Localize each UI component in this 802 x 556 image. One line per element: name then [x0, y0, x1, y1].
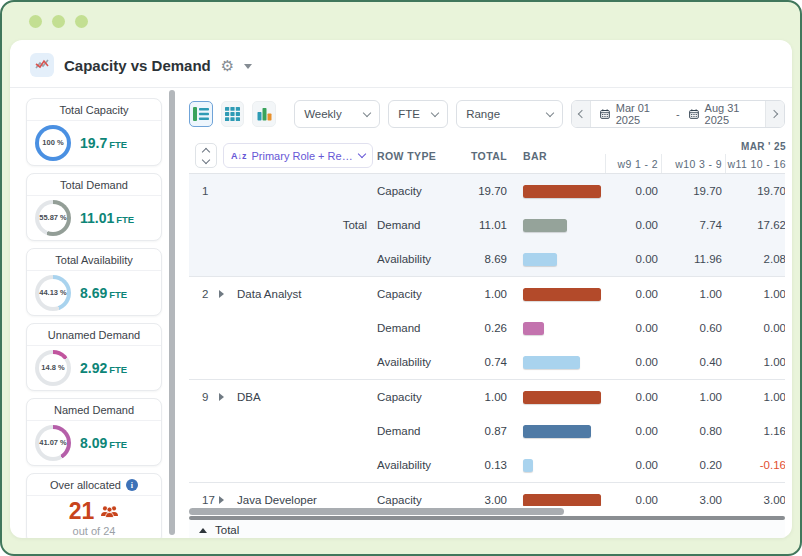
app-window-frame: Capacity vs Demand ⚙ Total Capacity100 %…	[0, 0, 802, 556]
table-row: Demand0.260.000.600.00	[189, 311, 785, 345]
kpi-number: 8.09	[80, 435, 107, 451]
bar-cell	[513, 253, 605, 266]
start-date-field[interactable]: Mar 01 2025	[591, 102, 676, 126]
value-bar	[523, 253, 557, 266]
week-value: 0.00	[605, 185, 661, 197]
table-row: 1Capacity19.700.0019.7019.70	[189, 174, 785, 208]
value-bar	[523, 288, 601, 301]
kpi-label: Total Demand	[27, 174, 161, 196]
main-panel: Weekly FTE Range	[179, 88, 792, 538]
table-row: 17Java DeveloperCapacity3.000.003.003.00	[189, 483, 785, 506]
chevron-left-icon	[578, 110, 586, 118]
ring-percent: 41.07 %	[39, 438, 67, 447]
bar-cell	[513, 391, 605, 404]
column-header-total: TOTAL	[465, 150, 513, 162]
kpi-card: Named Demand41.07 %8.09FTE	[26, 398, 162, 466]
footer-total-label: Total	[215, 524, 239, 536]
bar-cell	[513, 185, 605, 198]
info-icon[interactable]: i	[126, 479, 138, 491]
week-value: 1.00	[725, 288, 785, 300]
row-type: Demand	[377, 322, 465, 334]
bar-cell	[513, 459, 605, 472]
horizontal-scrollbar[interactable]	[189, 508, 785, 520]
column-header-row-type: ROW TYPE	[377, 150, 465, 162]
expand-triangle-icon	[219, 496, 224, 504]
progress-ring: 41.07 %	[35, 425, 71, 461]
table-footer-total-row[interactable]: Total	[189, 520, 785, 538]
bar-track	[523, 253, 601, 266]
kpi-card: Total Capacity100 %19.7FTE	[26, 98, 162, 166]
total-value: 0.87	[465, 425, 513, 437]
table-header: A↓z Primary Role + Resource... ROW TYPE …	[189, 138, 785, 174]
title-dropdown-caret-icon[interactable]	[244, 64, 252, 69]
week-value: 1.00	[661, 391, 725, 403]
capacity-table: A↓z Primary Role + Resource... ROW TYPE …	[189, 138, 785, 538]
table-group: 2Data AnalystCapacity1.000.001.001.00Dem…	[189, 277, 785, 380]
kpi-body: 100 %19.7FTE	[27, 121, 161, 165]
table-row: Demand0.870.000.801.16	[189, 414, 785, 448]
interval-select[interactable]: Weekly	[294, 100, 380, 128]
value-bar	[523, 185, 601, 198]
end-date-field[interactable]: Aug 31 2025	[680, 102, 766, 126]
vertical-scrollbar[interactable]	[169, 90, 175, 535]
kpi-unit: FTE	[109, 289, 127, 300]
week-value: 11.96	[661, 253, 725, 265]
total-value: 0.74	[465, 356, 513, 368]
kpi-card-over-allocated: Over allocated i 21	[26, 473, 162, 538]
total-value: 0.13	[465, 459, 513, 471]
kpi-unit: FTE	[109, 364, 127, 375]
next-period-button[interactable]	[765, 101, 784, 127]
group-index: 2	[189, 288, 219, 300]
bar-chart-view-button[interactable]	[252, 101, 276, 127]
settings-gear-icon[interactable]: ⚙	[221, 58, 234, 73]
week-value: 1.00	[725, 391, 785, 403]
expand-arrow[interactable]	[219, 288, 237, 300]
content-area: Total Capacity100 %19.7FTETotal Demand55…	[10, 88, 792, 538]
table-row: Availability0.130.000.20-0.16	[189, 448, 785, 482]
kpi-label: Unnamed Demand	[27, 324, 161, 346]
value-bar	[523, 391, 601, 404]
week-value: 0.00	[605, 459, 661, 471]
window-dot[interactable]	[75, 15, 88, 28]
kpi-body: 41.07 %8.09FTE	[27, 421, 161, 465]
toolbar: Weekly FTE Range	[189, 100, 785, 128]
bar-track	[523, 391, 601, 404]
window-dot[interactable]	[52, 15, 65, 28]
group-index: 9	[189, 391, 219, 403]
horizontal-scrollbar-thumb[interactable]	[189, 508, 564, 515]
chevron-up-icon	[202, 147, 210, 155]
bar-cell	[513, 219, 605, 232]
ring-percent: 55.87 %	[39, 213, 67, 222]
over-allocated-sub: out of 24	[73, 525, 116, 537]
expand-arrow[interactable]	[219, 391, 237, 403]
over-allocated-count: 21	[69, 499, 95, 524]
kpi-label: Over allocated	[50, 479, 121, 491]
week-value: 1.00	[725, 356, 785, 368]
collapse-icon	[199, 528, 207, 533]
ring-percent: 100 %	[42, 138, 63, 147]
kpi-unit: FTE	[116, 214, 134, 225]
kpi-value: 11.01FTE	[80, 209, 134, 227]
row-type: Demand	[377, 425, 465, 437]
progress-ring: 44.13 %	[35, 275, 71, 311]
week-value: 0.00	[605, 391, 661, 403]
grid-view-button[interactable]	[221, 101, 245, 127]
range-select[interactable]: Range	[456, 100, 563, 128]
bar-track	[523, 322, 601, 335]
total-value: 1.00	[465, 288, 513, 300]
week-value: 0.00	[725, 322, 785, 334]
board-view-button[interactable]	[189, 101, 213, 127]
row-order-button[interactable]	[195, 143, 217, 168]
unit-select[interactable]: FTE	[388, 100, 448, 128]
expand-arrow[interactable]	[219, 494, 237, 506]
table-body: 1Capacity19.700.0019.7019.70TotalDemand1…	[189, 174, 785, 506]
bar-track	[523, 459, 601, 472]
total-value: 19.70	[465, 185, 513, 197]
week-value: 7.74	[661, 219, 725, 231]
prev-period-button[interactable]	[572, 101, 591, 127]
bar-cell	[513, 288, 605, 301]
kpi-label: Total Availability	[27, 249, 161, 271]
window-dot[interactable]	[29, 15, 42, 28]
group-by-dropdown[interactable]: A↓z Primary Role + Resource...	[223, 143, 373, 168]
table-group: 9DBACapacity1.000.001.001.00Demand0.870.…	[189, 380, 785, 483]
